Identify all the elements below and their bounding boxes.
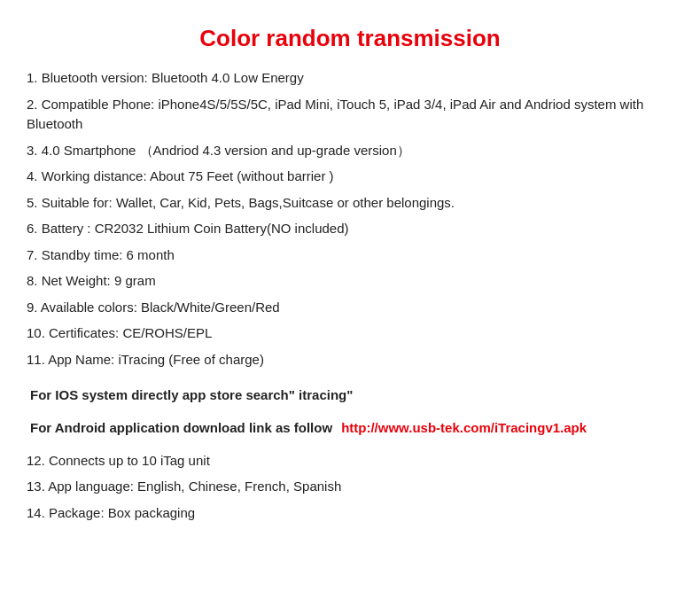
spec-item: 6. Battery : CR2032 Lithium Coin Battery…	[27, 219, 673, 239]
spec-item: 10. Certificates: CE/ROHS/EPL	[27, 323, 673, 344]
spec-item: 4. Working distance: About 75 Feet (with…	[27, 167, 673, 187]
android-link[interactable]: http://www.usb-tek.com/iTracingv1.apk	[341, 420, 587, 435]
extra-spec-item: 12. Connects up to 10 iTag unit	[27, 451, 673, 471]
spec-item: 9. Available colors: Black/White/Green/R…	[27, 298, 673, 318]
extra-spec-list: 12. Connects up to 10 iTag unit13. App l…	[27, 451, 673, 524]
page-title: Color random transmission	[27, 25, 673, 52]
spec-item: 7. Standby time: 6 month	[27, 245, 673, 266]
spec-item: 11. App Name: iTracing (Free of charge)	[27, 350, 673, 370]
spec-item: 1. Bluetooth version: Bluetooth 4.0 Low …	[27, 68, 673, 89]
extra-spec-item: 13. App language: English, Chinese, Fren…	[27, 477, 673, 497]
android-row: For Android application download link as…	[30, 420, 673, 435]
spec-item: 3. 4.0 Smartphone （Andriod 4.3 version a…	[27, 141, 673, 161]
spec-item: 5. Suitable for: Wallet, Car, Kid, Pets,…	[27, 193, 673, 214]
spec-list: 1. Bluetooth version: Bluetooth 4.0 Low …	[27, 68, 673, 370]
spec-item: 8. Net Weight: 9 gram	[27, 271, 673, 292]
android-label: For Android application download link as…	[30, 420, 332, 435]
extra-spec-item: 14. Package: Box packaging	[27, 503, 673, 524]
spec-item: 2. Compatible Phone: iPhone4S/5/5S/5C, i…	[27, 95, 673, 135]
ios-note: For IOS system directly app store search…	[30, 385, 673, 406]
